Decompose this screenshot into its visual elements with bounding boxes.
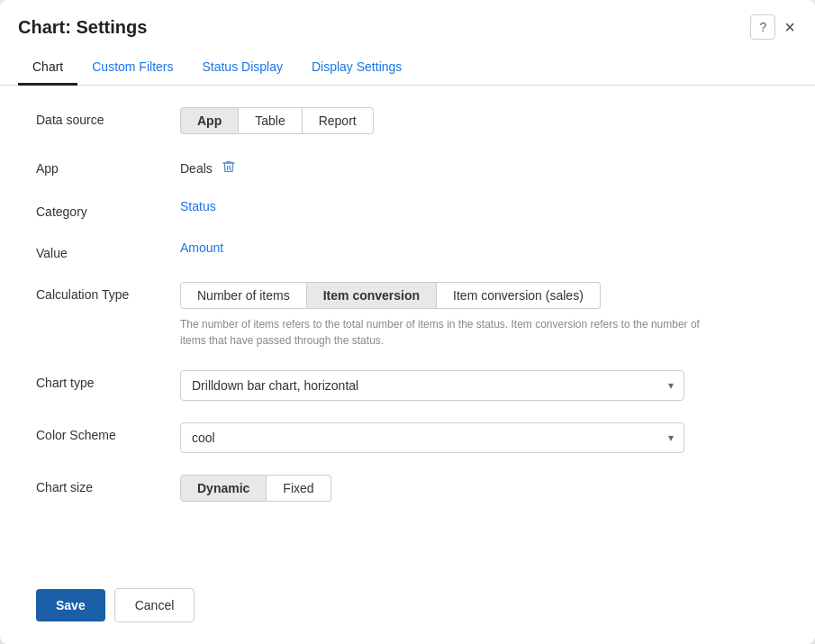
category-row: Category Status <box>36 199 779 219</box>
color-scheme-control: cool warm default ▾ <box>180 422 779 453</box>
value-row: Value Amount <box>36 240 779 260</box>
calculation-type-hint: The number of items refers to the total … <box>180 316 702 349</box>
category-control: Status <box>180 199 779 213</box>
data-source-btn-group: App Table Report <box>180 107 779 134</box>
calculation-type-control: Number of items Item conversion Item con… <box>180 282 779 349</box>
color-scheme-select[interactable]: cool warm default <box>180 422 684 453</box>
calc-item-conversion-btn[interactable]: Item conversion <box>307 282 437 309</box>
dialog-title: Chart: Settings <box>18 17 147 38</box>
calculation-type-label: Calculation Type <box>36 282 180 302</box>
cancel-button[interactable]: Cancel <box>114 588 195 622</box>
chart-size-fixed-btn[interactable]: Fixed <box>267 475 331 502</box>
tab-bar: Chart Custom Filters Status Display Disp… <box>0 50 815 86</box>
chart-size-label: Chart size <box>36 475 180 494</box>
chart-size-btn-group: Dynamic Fixed <box>180 475 779 502</box>
app-control: Deals <box>180 156 779 177</box>
app-value-row: Deals <box>180 156 779 177</box>
help-icon: ? <box>759 20 766 34</box>
calculation-type-row: Calculation Type Number of items Item co… <box>36 282 779 349</box>
app-row: App Deals <box>36 156 779 177</box>
chart-size-row: Chart size Dynamic Fixed <box>36 475 779 502</box>
data-source-label: Data source <box>36 107 180 127</box>
chart-type-select[interactable]: Drilldown bar chart, horizontal Bar char… <box>180 370 684 401</box>
calc-number-of-items-btn[interactable]: Number of items <box>180 282 307 309</box>
category-value[interactable]: Status <box>180 195 216 213</box>
tab-status-display[interactable]: Status Display <box>187 50 296 86</box>
data-source-app-btn[interactable]: App <box>180 107 239 134</box>
dialog-body: Data source App Table Report App <box>0 86 815 574</box>
close-icon: × <box>784 17 795 37</box>
header-icons: ? × <box>750 14 797 40</box>
close-button[interactable]: × <box>783 18 797 36</box>
color-scheme-select-wrapper: cool warm default ▾ <box>180 422 684 453</box>
calc-item-conversion-sales-btn[interactable]: Item conversion (sales) <box>437 282 601 309</box>
help-button[interactable]: ? <box>750 14 775 40</box>
tab-custom-filters[interactable]: Custom Filters <box>77 50 187 86</box>
data-source-control: App Table Report <box>180 107 779 134</box>
tab-display-settings[interactable]: Display Settings <box>297 50 416 86</box>
app-name: Deals <box>180 161 213 176</box>
value-value[interactable]: Amount <box>180 237 223 255</box>
calculation-type-btn-group: Number of items Item conversion Item con… <box>180 282 779 309</box>
chart-type-control: Drilldown bar chart, horizontal Bar char… <box>180 370 779 401</box>
value-control: Amount <box>180 240 779 255</box>
chart-size-dynamic-btn[interactable]: Dynamic <box>180 475 267 502</box>
value-label: Value <box>36 240 180 260</box>
save-button[interactable]: Save <box>36 589 105 621</box>
chart-type-label: Chart type <box>36 370 180 390</box>
tab-chart[interactable]: Chart <box>18 50 77 86</box>
chart-size-control: Dynamic Fixed <box>180 475 779 502</box>
app-label: App <box>36 156 180 176</box>
color-scheme-label: Color Scheme <box>36 422 180 442</box>
data-source-report-btn[interactable]: Report <box>303 107 374 134</box>
category-label: Category <box>36 199 180 219</box>
data-source-row: Data source App Table Report <box>36 107 779 134</box>
chart-type-row: Chart type Drilldown bar chart, horizont… <box>36 370 779 401</box>
dialog: Chart: Settings ? × Chart Custom Filters… <box>0 0 815 644</box>
chart-type-select-wrapper: Drilldown bar chart, horizontal Bar char… <box>180 370 684 401</box>
data-source-table-btn[interactable]: Table <box>239 107 302 134</box>
dialog-header: Chart: Settings ? × <box>0 0 815 50</box>
delete-app-icon[interactable] <box>222 159 236 177</box>
dialog-footer: Save Cancel <box>0 574 815 644</box>
color-scheme-row: Color Scheme cool warm default ▾ <box>36 422 779 453</box>
